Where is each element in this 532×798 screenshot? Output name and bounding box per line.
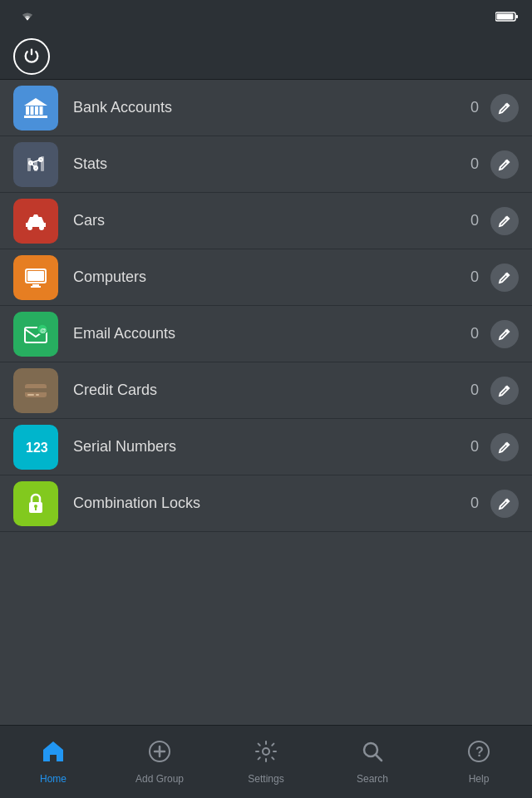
svg-rect-36 bbox=[35, 507, 37, 510]
item-label-cars: Cars bbox=[73, 212, 470, 229]
svg-point-40 bbox=[263, 748, 269, 755]
edit-button-serial-numbers[interactable] bbox=[490, 433, 519, 461]
credit-icon bbox=[13, 368, 58, 413]
edit-button-credit-cards[interactable] bbox=[490, 377, 519, 405]
edit-button-email-accounts[interactable] bbox=[490, 320, 519, 348]
svg-rect-31 bbox=[27, 394, 34, 396]
settings-tab-icon-wrapper bbox=[254, 739, 278, 770]
pencil-icon bbox=[497, 496, 512, 511]
pencil-icon bbox=[497, 270, 512, 285]
svg-rect-8 bbox=[24, 116, 47, 118]
pencil-icon bbox=[497, 101, 512, 116]
edit-button-cars[interactable] bbox=[490, 207, 519, 235]
svg-marker-7 bbox=[24, 98, 47, 106]
locks-icon bbox=[13, 481, 58, 526]
svg-rect-1 bbox=[497, 14, 514, 20]
item-count-bank-accounts: 0 bbox=[470, 99, 479, 116]
pencil-icon bbox=[497, 383, 512, 398]
item-label-bank-accounts: Bank Accounts bbox=[73, 99, 470, 116]
item-label-credit-cards: Credit Cards bbox=[73, 382, 470, 399]
list-item-computers[interactable]: Computers 0 bbox=[0, 249, 532, 306]
svg-rect-23 bbox=[27, 271, 44, 281]
item-label-email-accounts: Email Accounts bbox=[73, 325, 470, 342]
status-left bbox=[13, 11, 35, 22]
svg-rect-24 bbox=[32, 284, 39, 286]
list-item-stats[interactable]: Stats 0 bbox=[0, 136, 532, 193]
tab-label-home: Home bbox=[40, 773, 66, 785]
edit-button-combination-locks[interactable] bbox=[490, 490, 519, 518]
svg-text:@: @ bbox=[40, 327, 47, 334]
header bbox=[0, 33, 532, 80]
list-item-combination-locks[interactable]: Combination Locks 0 bbox=[0, 475, 532, 532]
email-icon: @ bbox=[13, 312, 58, 357]
home-tab-icon bbox=[41, 739, 66, 764]
search-tab-icon-wrapper bbox=[360, 739, 385, 770]
tab-label-add-group: Add Group bbox=[135, 773, 184, 785]
help-tab-icon-wrapper: ? bbox=[466, 739, 491, 770]
list-item-serial-numbers[interactable]: 123 Serial Numbers 0 bbox=[0, 419, 532, 475]
svg-rect-3 bbox=[26, 106, 29, 115]
item-count-cars: 0 bbox=[470, 212, 479, 229]
stats-icon bbox=[13, 142, 58, 187]
list-item-cars[interactable]: Cars 0 bbox=[0, 193, 532, 249]
item-label-computers: Computers bbox=[73, 268, 470, 286]
item-count-stats: 0 bbox=[470, 155, 479, 173]
battery-icon bbox=[495, 11, 519, 22]
wifi-icon bbox=[20, 11, 35, 22]
edit-button-bank-accounts[interactable] bbox=[490, 94, 519, 122]
item-count-combination-locks: 0 bbox=[470, 495, 479, 512]
item-label-stats: Stats bbox=[73, 155, 470, 173]
add-group-icon bbox=[147, 739, 172, 764]
item-label-serial-numbers: Serial Numbers bbox=[73, 438, 470, 456]
edit-button-stats[interactable] bbox=[490, 150, 519, 179]
tab-label-settings: Settings bbox=[248, 773, 283, 785]
bank-icon bbox=[13, 86, 58, 131]
svg-rect-19 bbox=[41, 156, 44, 171]
svg-rect-5 bbox=[35, 106, 38, 115]
tab-help[interactable]: ? Help bbox=[437, 739, 520, 785]
svg-line-42 bbox=[376, 755, 382, 761]
status-right bbox=[490, 11, 519, 22]
tab-settings[interactable]: Settings bbox=[224, 739, 308, 785]
item-count-serial-numbers: 0 bbox=[470, 438, 479, 456]
tab-label-help: Help bbox=[469, 773, 490, 785]
computers-icon bbox=[13, 255, 58, 300]
tab-add-group[interactable]: Add Group bbox=[118, 739, 201, 785]
pencil-icon bbox=[497, 327, 512, 342]
home-tab-icon-wrapper bbox=[41, 739, 66, 770]
svg-rect-2 bbox=[516, 15, 519, 18]
tab-home[interactable]: Home bbox=[12, 739, 95, 785]
tab-label-search: Search bbox=[357, 773, 388, 785]
pencil-icon bbox=[497, 214, 512, 229]
svg-rect-32 bbox=[36, 394, 39, 396]
help-tab-icon: ? bbox=[466, 739, 491, 764]
svg-rect-6 bbox=[40, 106, 43, 115]
svg-point-21 bbox=[39, 225, 44, 230]
item-count-computers: 0 bbox=[470, 268, 479, 286]
settings-tab-icon bbox=[254, 739, 278, 764]
status-bar bbox=[0, 0, 532, 33]
add-group-tab-icon-wrapper bbox=[147, 739, 172, 770]
edit-button-computers[interactable] bbox=[490, 264, 519, 292]
power-button[interactable] bbox=[13, 38, 50, 75]
item-label-combination-locks: Combination Locks bbox=[73, 495, 470, 512]
power-icon bbox=[22, 47, 41, 66]
serial-icon: 123 bbox=[13, 425, 58, 470]
list-item-bank-accounts[interactable]: Bank Accounts 0 bbox=[0, 80, 532, 136]
svg-rect-4 bbox=[31, 106, 34, 115]
svg-text:123: 123 bbox=[26, 441, 48, 455]
svg-rect-17 bbox=[27, 158, 31, 171]
pencil-icon bbox=[497, 157, 512, 172]
category-list: Bank Accounts 0 Stats 0 bbox=[0, 80, 532, 532]
list-item-email-accounts[interactable]: @ Email Accounts 0 bbox=[0, 306, 532, 362]
svg-text:?: ? bbox=[475, 745, 484, 759]
svg-rect-18 bbox=[34, 161, 37, 171]
item-count-email-accounts: 0 bbox=[470, 325, 479, 342]
list-item-credit-cards[interactable]: Credit Cards 0 bbox=[0, 362, 532, 419]
search-tab-icon bbox=[360, 739, 385, 764]
svg-rect-30 bbox=[25, 388, 47, 392]
pencil-icon bbox=[497, 440, 512, 455]
cars-icon bbox=[13, 199, 58, 244]
svg-rect-25 bbox=[31, 286, 41, 288]
tab-search[interactable]: Search bbox=[331, 739, 414, 785]
